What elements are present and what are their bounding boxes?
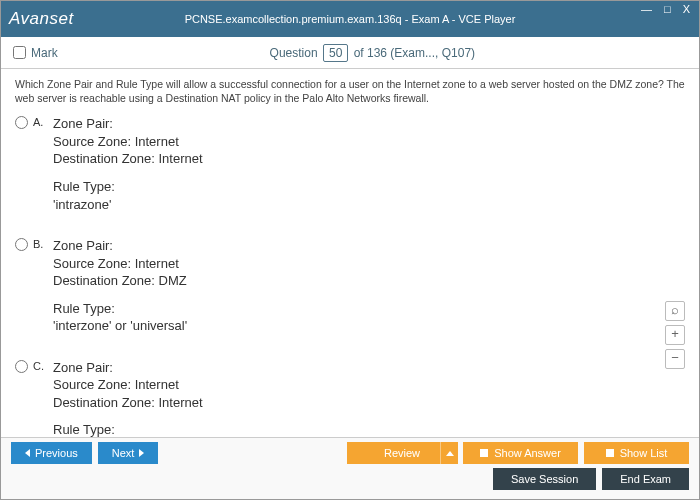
question-number[interactable]: 50 bbox=[323, 44, 348, 62]
answer-letter: B. bbox=[33, 237, 53, 345]
answer-body: Zone Pair:Source Zone: InternetDestinati… bbox=[53, 237, 187, 345]
save-session-button[interactable]: Save Session bbox=[493, 468, 596, 490]
answer-letter: A. bbox=[33, 115, 53, 223]
answer-radio[interactable] bbox=[15, 116, 28, 129]
question-of: of 136 (Exam..., Q107) bbox=[354, 46, 475, 60]
chevron-left-icon bbox=[25, 449, 30, 457]
window-controls: — □ X bbox=[638, 3, 693, 15]
end-exam-button[interactable]: End Exam bbox=[602, 468, 689, 490]
answer-body: Zone Pair:Source Zone: InternetDestinati… bbox=[53, 115, 203, 223]
review-button[interactable]: Review bbox=[347, 442, 457, 464]
chevron-up-icon bbox=[446, 451, 454, 456]
question-text: Which Zone Pair and Rule Type will allow… bbox=[15, 77, 685, 105]
question-label: Question bbox=[270, 46, 318, 60]
mark-label: Mark bbox=[31, 46, 58, 60]
answer-option: A.Zone Pair:Source Zone: InternetDestina… bbox=[15, 115, 685, 223]
footer-bar: Previous Next Review Show Answer Show Li… bbox=[1, 437, 699, 499]
zoom-in-icon[interactable]: + bbox=[665, 325, 685, 345]
mark-checkbox[interactable] bbox=[13, 46, 26, 59]
maximize-icon[interactable]: □ bbox=[661, 3, 674, 15]
question-bar: Mark Question 50 of 136 (Exam..., Q107) bbox=[1, 37, 699, 69]
answer-radio[interactable] bbox=[15, 238, 28, 251]
app-logo: Avanset bbox=[9, 9, 74, 29]
previous-button[interactable]: Previous bbox=[11, 442, 92, 464]
answer-body: Zone Pair:Source Zone: InternetDestinati… bbox=[53, 359, 203, 439]
zoom-controls: ⌕ + − bbox=[665, 301, 685, 369]
answer-radio[interactable] bbox=[15, 360, 28, 373]
window-title: PCNSE.examcollection.premium.exam.136q -… bbox=[185, 13, 516, 25]
close-icon[interactable]: X bbox=[680, 3, 693, 15]
square-icon bbox=[606, 449, 614, 457]
answer-letter: C. bbox=[33, 359, 53, 439]
answer-option: B.Zone Pair:Source Zone: InternetDestina… bbox=[15, 237, 685, 345]
show-answer-button[interactable]: Show Answer bbox=[463, 442, 578, 464]
next-button[interactable]: Next bbox=[98, 442, 159, 464]
content-area: Which Zone Pair and Rule Type will allow… bbox=[1, 69, 699, 439]
square-icon bbox=[480, 449, 488, 457]
zoom-reset-icon[interactable]: ⌕ bbox=[665, 301, 685, 321]
zoom-out-icon[interactable]: − bbox=[665, 349, 685, 369]
minimize-icon[interactable]: — bbox=[638, 3, 655, 15]
answer-option: C.Zone Pair:Source Zone: InternetDestina… bbox=[15, 359, 685, 439]
title-bar: Avanset PCNSE.examcollection.premium.exa… bbox=[1, 1, 699, 37]
show-list-button[interactable]: Show List bbox=[584, 442, 689, 464]
chevron-right-icon bbox=[139, 449, 144, 457]
